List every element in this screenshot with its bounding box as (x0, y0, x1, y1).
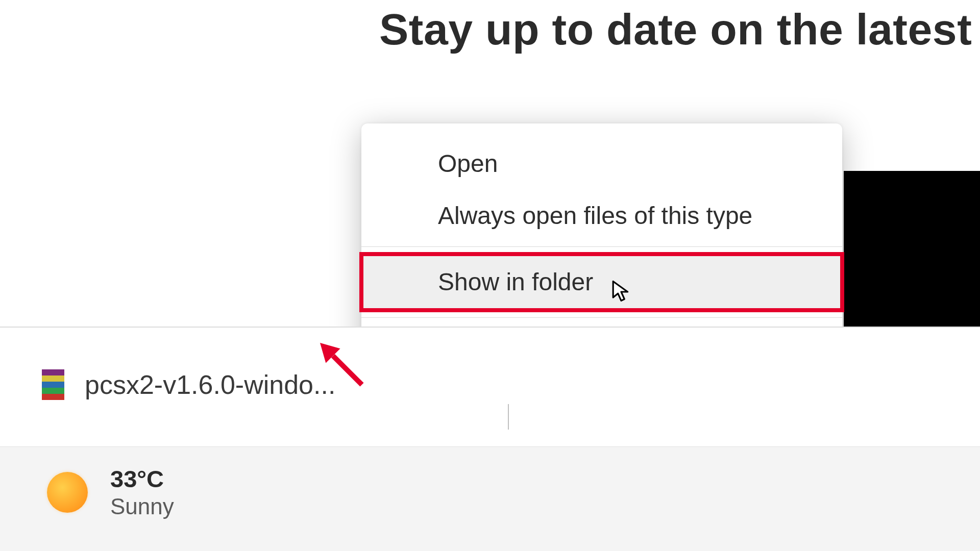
menu-item-always-open-type[interactable]: Always open files of this type (361, 190, 842, 242)
download-filename: pcsx2-v1.6.0-windo... (85, 369, 335, 400)
downloads-bar: pcsx2-v1.6.0-windo... (0, 327, 980, 446)
background-dark-block (844, 171, 980, 329)
weather-temperature: 33°C (110, 465, 174, 493)
page-headline: Stay up to date on the latest i (379, 4, 980, 55)
sun-icon (47, 472, 88, 513)
menu-separator (361, 246, 842, 247)
menu-separator (361, 317, 842, 318)
download-item[interactable]: pcsx2-v1.6.0-windo... (42, 369, 335, 400)
archive-file-icon (42, 369, 64, 400)
download-item-divider (508, 404, 509, 430)
cursor-icon (611, 280, 631, 304)
weather-text: 33°C Sunny (110, 465, 174, 519)
menu-item-open[interactable]: Open (361, 138, 842, 190)
taskbar: 33°C Sunny (0, 446, 980, 551)
weather-widget[interactable]: 33°C Sunny (47, 465, 174, 519)
menu-item-show-in-folder[interactable]: Show in folder (359, 252, 844, 312)
weather-condition: Sunny (110, 494, 174, 519)
